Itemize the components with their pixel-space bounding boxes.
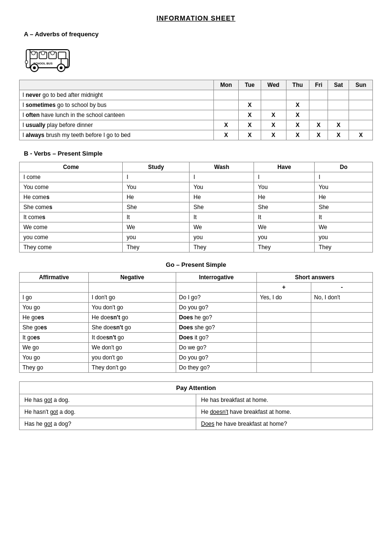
frequency-table: Mon Tue Wed Thu Fri Sat Sun I never go t… (19, 80, 373, 140)
table-row: Do they go? (176, 363, 256, 373)
table-row: He doesn't go (89, 313, 176, 323)
pay-left-row: He has got a dog. (20, 394, 196, 406)
svg-rect-4 (58, 52, 66, 59)
go-col-minus: - (311, 283, 372, 293)
table-row: You go (20, 353, 89, 363)
table-row (311, 313, 372, 323)
table-row: It (254, 212, 315, 222)
go-col-affirmative: Affirmative (20, 273, 89, 283)
table-row: We (190, 222, 254, 232)
pay-right-row: Does he have breakfast at home? (196, 418, 373, 430)
go-col-short-answers: Short answers (257, 273, 373, 283)
table-row: I (123, 172, 190, 182)
table-row: They go (20, 363, 89, 373)
table-row: It (123, 212, 190, 222)
go-col-negative: Negative (89, 273, 176, 283)
go-col-interrogative: Interrogative (176, 273, 256, 283)
table-row: I (315, 172, 373, 182)
table-row (257, 323, 311, 333)
svg-point-13 (41, 51, 45, 55)
table-row: She (190, 202, 254, 212)
go-col-int-empty (176, 283, 256, 293)
table-row (257, 333, 311, 343)
freq-col-label (20, 80, 214, 90)
table-row: You (254, 182, 315, 192)
table-row (257, 343, 311, 353)
table-row: We (315, 222, 373, 232)
table-row: She (254, 202, 315, 212)
section-b-title: B - Verbs – Present Simple (24, 150, 373, 157)
table-row: She (315, 202, 373, 212)
table-row: It goes (20, 333, 89, 343)
table-row: Do we go? (176, 343, 256, 353)
table-row: Do you go? (176, 303, 256, 313)
freq-col-thu: Thu (286, 80, 309, 90)
table-row (311, 363, 372, 373)
table-row: You don't go (89, 303, 176, 313)
table-row: He (315, 192, 373, 202)
table-row (257, 313, 311, 323)
table-row: They (123, 242, 190, 253)
table-row: you don't go (89, 353, 176, 363)
table-row (311, 333, 372, 343)
verbs-col-wash: Wash (190, 162, 254, 172)
verbs-col-do: Do (315, 162, 373, 172)
table-row: you (254, 232, 315, 242)
table-row: you come (20, 232, 123, 242)
table-row: I (254, 172, 315, 182)
table-row (311, 323, 372, 333)
table-row: Does she go? (176, 323, 256, 333)
pay-left-row: Has he got a dog? (20, 418, 196, 430)
table-row: Does he go? (176, 313, 256, 323)
verbs-table: ComeStudyWashHaveDo I comeIIIIYou comeYo… (19, 162, 373, 253)
page-title: INFORMATION SHEET (19, 14, 373, 22)
table-row: Does it go? (176, 333, 256, 343)
go-col-neg-empty (89, 283, 176, 293)
table-row: She (123, 202, 190, 212)
freq-col-sat: Sat (328, 80, 349, 90)
freq-col-mon: Mon (214, 80, 239, 90)
table-row (311, 353, 372, 363)
table-row: He (190, 192, 254, 202)
table-row (257, 303, 311, 313)
pay-attention-header: Pay Attention (20, 382, 373, 394)
table-row: It doesn't go (89, 333, 176, 343)
table-row: I don't go (89, 293, 176, 303)
pay-right-row: He has breakfast at home. (196, 394, 373, 406)
svg-point-14 (51, 51, 54, 55)
go-col-plus: + (257, 283, 311, 293)
table-row: It comes (20, 212, 123, 222)
freq-col-wed: Wed (261, 80, 286, 90)
svg-rect-6 (26, 50, 30, 68)
table-row: No, I don't (311, 293, 372, 303)
table-row: It (190, 212, 254, 222)
verbs-col-have: Have (254, 162, 315, 172)
table-row: They (254, 242, 315, 253)
table-row: You come (20, 182, 123, 192)
table-row: He (123, 192, 190, 202)
table-row: It (315, 212, 373, 222)
svg-point-8 (33, 66, 36, 69)
svg-rect-11 (25, 61, 28, 63)
svg-text:SCHOOL BUS: SCHOOL BUS (33, 62, 53, 65)
freq-col-tue: Tue (239, 80, 261, 90)
go-col-aff-empty (20, 283, 89, 293)
freq-col-sun: Sun (349, 80, 373, 90)
freq-col-fri: Fri (309, 80, 328, 90)
pay-attention-table: Pay Attention He has got a dog.He has br… (19, 381, 373, 430)
table-row: We (254, 222, 315, 232)
svg-point-12 (32, 51, 35, 55)
table-row: They come (20, 242, 123, 253)
section-a-title: A – Adverbs of frequency (24, 31, 373, 38)
table-row: Do I go? (176, 293, 256, 303)
table-row (311, 303, 372, 313)
verbs-col-come: Come (20, 162, 123, 172)
table-row: You (315, 182, 373, 192)
pay-left-row: He hasn't got a dog. (20, 406, 196, 418)
table-row: He (254, 192, 315, 202)
table-row: you (315, 232, 373, 242)
table-row: Do you go? (176, 353, 256, 363)
table-row: We go (20, 343, 89, 353)
table-row (257, 353, 311, 363)
table-row: I go (20, 293, 89, 303)
